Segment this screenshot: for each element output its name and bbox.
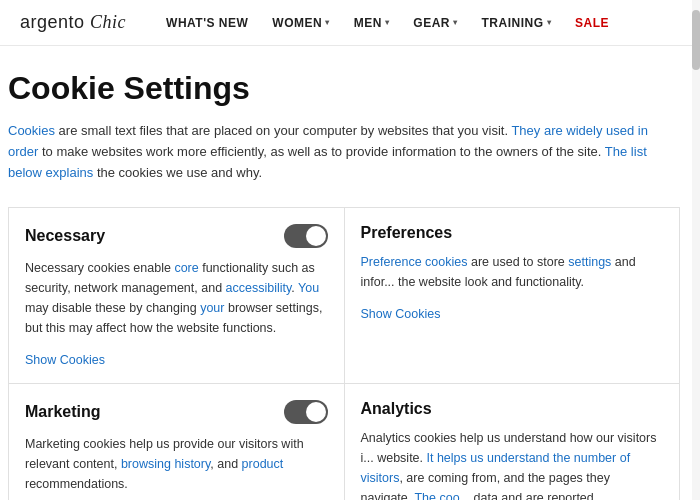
- header: argento Chic WHAT'S NEW WOMEN ▾ MEN ▾ GE…: [0, 0, 700, 46]
- toggle-knob-marketing: [306, 402, 326, 422]
- chevron-down-icon: ▾: [547, 18, 552, 27]
- nav-item-training[interactable]: TRAINING ▾: [482, 16, 552, 30]
- toggle-knob-necessary: [306, 226, 326, 246]
- chevron-down-icon: ▾: [385, 18, 390, 27]
- chevron-down-icon: ▾: [453, 18, 458, 27]
- card-header-marketing: Marketing: [25, 400, 328, 424]
- toggle-necessary[interactable]: [284, 224, 328, 248]
- scrollbar-thumb[interactable]: [692, 10, 700, 70]
- nav-item-whats-new[interactable]: WHAT'S NEW: [166, 16, 248, 30]
- nav-label-whats-new: WHAT'S NEW: [166, 16, 248, 30]
- card-body-marketing: Marketing cookies help us provide our vi…: [25, 434, 328, 494]
- main-nav: WHAT'S NEW WOMEN ▾ MEN ▾ GEAR ▾ TRAINING…: [166, 16, 609, 30]
- nav-label-sale: SALE: [575, 16, 609, 30]
- nav-item-men[interactable]: MEN ▾: [354, 16, 390, 30]
- nav-item-gear[interactable]: GEAR ▾: [413, 16, 457, 30]
- card-title-marketing: Marketing: [25, 403, 101, 421]
- card-header-necessary: Necessary: [25, 224, 328, 248]
- cookie-grid: Necessary Necessary cookies enable core …: [8, 207, 680, 500]
- cookie-card-necessary: Necessary Necessary cookies enable core …: [9, 208, 344, 383]
- scrollbar[interactable]: [692, 0, 700, 500]
- nav-item-women[interactable]: WOMEN ▾: [272, 16, 329, 30]
- nav-item-sale[interactable]: SALE: [575, 16, 609, 30]
- card-header-preferences: Preferences: [361, 224, 664, 242]
- card-body-preferences: Preference cookies are used to store set…: [361, 252, 664, 292]
- intro-text: Cookies are small text files that are pl…: [8, 121, 680, 183]
- nav-label-training: TRAINING: [482, 16, 544, 30]
- card-title-preferences: Preferences: [361, 224, 453, 242]
- nav-label-men: MEN: [354, 16, 382, 30]
- main-content: Cookie Settings Cookies are small text f…: [0, 46, 700, 500]
- card-title-analytics: Analytics: [361, 400, 432, 418]
- card-title-necessary: Necessary: [25, 227, 105, 245]
- logo[interactable]: argento Chic: [20, 12, 126, 33]
- toggle-marketing[interactable]: [284, 400, 328, 424]
- page-title: Cookie Settings: [8, 70, 680, 107]
- cookie-card-marketing: Marketing Marketing cookies help us prov…: [9, 384, 344, 500]
- card-body-necessary: Necessary cookies enable core functional…: [25, 258, 328, 338]
- page-wrapper: argento Chic WHAT'S NEW WOMEN ▾ MEN ▾ GE…: [0, 0, 700, 500]
- cookie-card-analytics: Analytics Analytics cookies help us unde…: [345, 384, 680, 500]
- show-cookies-preferences[interactable]: Show Cookies: [361, 307, 441, 321]
- card-header-analytics: Analytics: [361, 400, 664, 418]
- chevron-down-icon: ▾: [325, 18, 330, 27]
- cookie-card-preferences: Preferences Preference cookies are used …: [345, 208, 680, 383]
- nav-label-gear: GEAR: [413, 16, 450, 30]
- card-body-analytics: Analytics cookies help us understand how…: [361, 428, 664, 500]
- nav-label-women: WOMEN: [272, 16, 322, 30]
- show-cookies-necessary[interactable]: Show Cookies: [25, 353, 105, 367]
